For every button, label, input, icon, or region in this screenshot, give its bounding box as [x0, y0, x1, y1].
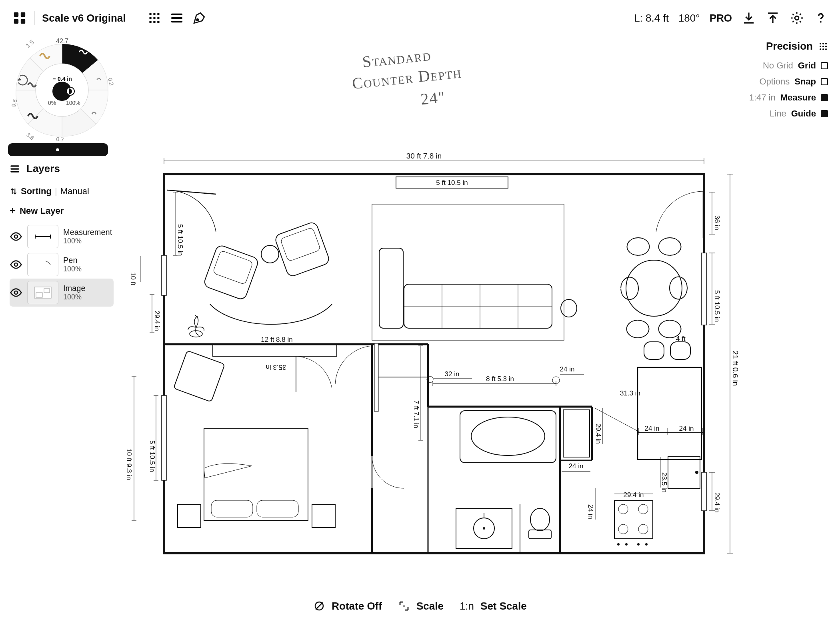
rotate-toggle[interactable]: Rotate Off [313, 600, 382, 612]
svg-point-50 [14, 263, 18, 266]
tool-selector-group [147, 10, 207, 26]
layers-sorting-row[interactable]: Sorting | Manual [10, 186, 114, 197]
svg-rect-104 [213, 344, 337, 356]
svg-rect-172 [702, 472, 706, 511]
svg-point-4 [149, 13, 152, 15]
svg-rect-45 [10, 171, 19, 172]
pen-tool-icon[interactable] [192, 10, 207, 26]
svg-rect-119 [162, 395, 166, 480]
svg-rect-171 [702, 253, 706, 325]
svg-point-93 [261, 245, 279, 263]
set-scale-label: Set Scale [480, 600, 527, 612]
pro-badge[interactable]: PRO [710, 12, 732, 24]
layers-menu-icon[interactable] [10, 164, 20, 174]
layer-opacity: 100% [63, 265, 82, 273]
svg-text:100%: 100% [66, 100, 80, 106]
svg-point-163 [618, 524, 628, 534]
svg-rect-142 [529, 530, 551, 539]
dim-right-h: 21 ft 0.6 in [731, 351, 740, 386]
svg-rect-109 [211, 500, 253, 517]
svg-rect-96 [644, 342, 664, 359]
svg-point-166 [625, 543, 628, 546]
topbar-right-group: L: 8.4 ft 180° PRO [634, 11, 828, 25]
svg-point-143 [530, 508, 550, 531]
svg-point-137 [471, 417, 545, 455]
svg-rect-3 [21, 19, 25, 24]
svg-point-7 [149, 17, 152, 19]
svg-text:1.5: 1.5 [24, 38, 35, 49]
svg-point-20 [822, 43, 824, 44]
svg-text:42.7: 42.7 [56, 38, 68, 44]
document-title[interactable]: Scale v6 Original [42, 12, 126, 24]
new-layer-button[interactable]: + New Layer [10, 205, 114, 217]
set-scale-button[interactable]: 1:n Set Scale [460, 600, 527, 612]
floor-plan: 30 ft 7.8 in 21 ft 0.6 in 36 in 5 ft 10.… [136, 152, 752, 568]
dots-grid-icon[interactable] [147, 10, 162, 26]
separator [34, 11, 35, 25]
layer-item-image[interactable]: Image 100% [10, 279, 114, 307]
svg-rect-90 [213, 250, 253, 285]
dim-k-24d: 24 in [587, 504, 594, 519]
svg-rect-126 [374, 343, 378, 411]
download-icon[interactable] [742, 11, 756, 25]
grid-icon[interactable] [12, 10, 27, 26]
svg-point-23 [822, 46, 824, 47]
brush-preview-bar[interactable]: • [8, 143, 108, 156]
bottom-toolbar: Rotate Off Scale 1:n Set Scale [0, 594, 840, 618]
dim-bed-win: 5 ft 10.5 in [148, 440, 156, 472]
dim-top: 30 ft 7.8 in [406, 152, 442, 160]
handwritten-note: Standard Counter Depth 24" [333, 42, 465, 118]
dim-right-win: 5 ft 10.5 in [713, 290, 721, 322]
svg-rect-44 [10, 168, 19, 169]
svg-rect-1 [21, 12, 25, 17]
dim-left-top: 5 ft 10.5 in [176, 224, 184, 256]
layer-item-pen[interactable]: Pen 100% [10, 251, 114, 279]
drawing-canvas[interactable]: Standard Counter Depth 24" 30 ft 7.8 in … [112, 48, 824, 582]
layers-panel: Layers Sorting | Manual + New Layer Meas… [10, 163, 114, 307]
visibility-toggle-icon[interactable] [10, 258, 22, 271]
dim-right-36: 36 in [713, 215, 721, 230]
settings-gear-icon[interactable] [790, 11, 804, 25]
dim-bath-8ft: 8 ft 5.3 in [486, 375, 514, 383]
visibility-toggle-icon[interactable] [10, 286, 22, 299]
layer-thumbnail [27, 281, 58, 304]
svg-point-158 [695, 471, 698, 474]
list-lines-icon[interactable] [169, 10, 184, 26]
dim-dining-4ft: 4 ft [676, 335, 686, 343]
svg-rect-107 [174, 351, 225, 402]
upload-icon[interactable] [766, 11, 780, 25]
layer-text: Measurement 100% [63, 228, 112, 245]
svg-point-27 [825, 48, 827, 50]
dim-bed-12ft: 12 ft 8.8 in [261, 336, 292, 343]
dim-hall-7ft: 7 ft 7.1 in [412, 400, 420, 428]
help-icon[interactable] [814, 11, 828, 25]
svg-point-46 [14, 235, 18, 238]
svg-point-18 [820, 21, 822, 23]
layer-item-measurement[interactable]: Measurement 100% [10, 223, 114, 251]
svg-point-5 [153, 13, 156, 15]
scale-button[interactable]: Scale [398, 600, 444, 612]
dim-living-294: 29.4 in [153, 311, 161, 331]
visibility-toggle-icon[interactable] [10, 230, 22, 243]
brush-radial-control[interactable]: 0% 100% = 0.4 in 1.5 42.7 0.4 0.2 3.6 0.… [8, 36, 116, 144]
svg-text:0.7: 0.7 [56, 136, 64, 143]
svg-rect-136 [460, 411, 556, 463]
svg-point-164 [638, 524, 648, 534]
svg-rect-14 [171, 17, 182, 19]
svg-rect-13 [171, 14, 182, 15]
svg-text:0%: 0% [48, 100, 56, 106]
dim-bed-353: 35.3 in [266, 363, 286, 371]
dim-k-24b: 24 in [679, 425, 694, 432]
dim-k-24c: 24 in [569, 462, 584, 470]
layer-text: Pen 100% [63, 256, 82, 273]
sorting-mode: Manual [60, 186, 89, 197]
dim-k-294tl: 29.4 in [594, 423, 602, 444]
svg-point-9 [157, 17, 160, 19]
svg-point-88 [561, 299, 577, 317]
layer-opacity: 100% [63, 293, 86, 301]
dim-k-235: 23.5 in [660, 472, 668, 493]
handwriting-line3: 24" [401, 85, 465, 112]
svg-rect-77 [162, 255, 166, 295]
svg-point-21 [825, 43, 827, 44]
rotate-label: Rotate Off [332, 600, 382, 612]
